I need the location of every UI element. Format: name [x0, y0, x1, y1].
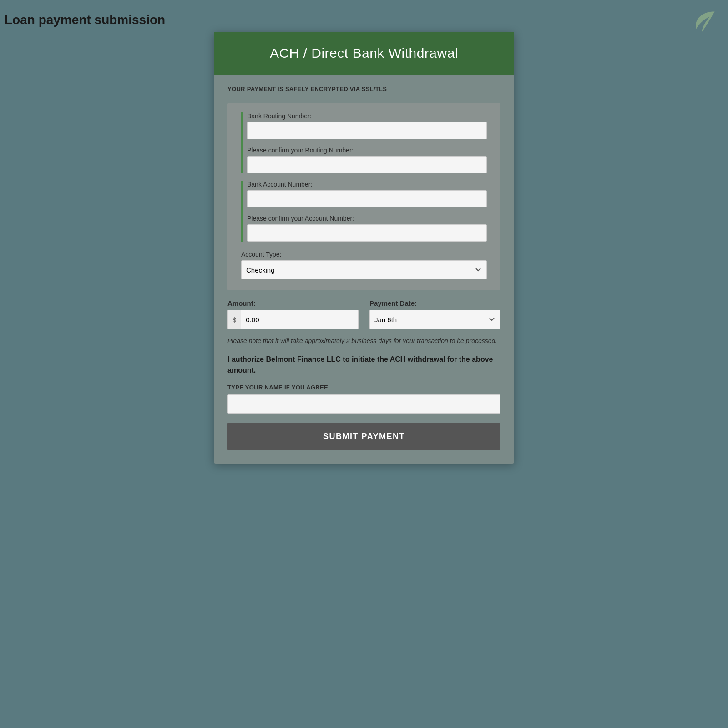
- routing-number-group: Bank Routing Number: Please confirm your…: [241, 112, 487, 173]
- payment-date-select[interactable]: Jan 6th Jan 7th Jan 8th: [369, 310, 500, 329]
- payment-date-label: Payment Date:: [369, 299, 500, 307]
- routing-confirm-input[interactable]: [247, 156, 487, 173]
- dollar-sign: $: [228, 310, 241, 329]
- account-confirm-field-wrapper: Please confirm your Account Number:: [247, 215, 487, 242]
- routing-confirm-field-wrapper: Please confirm your Routing Number:: [247, 147, 487, 173]
- amount-input[interactable]: [241, 310, 358, 329]
- amount-input-wrapper: $: [228, 310, 359, 329]
- account-number-group: Bank Account Number: Please confirm your…: [241, 181, 487, 242]
- payment-date-section: Payment Date: Jan 6th Jan 7th Jan 8th: [369, 299, 500, 329]
- amount-date-row: Amount: $ Payment Date: Jan 6th Jan 7th …: [228, 299, 500, 329]
- ach-form-container: ACH / Direct Bank Withdrawal YOUR PAYMEN…: [214, 32, 514, 464]
- processing-note: Please note that it will take approximat…: [228, 336, 500, 346]
- leaf-logo-icon: [693, 8, 720, 35]
- routing-number-input[interactable]: [247, 122, 487, 139]
- routing-confirm-label: Please confirm your Routing Number:: [247, 147, 487, 154]
- account-type-select[interactable]: Checking Savings: [241, 260, 487, 279]
- security-notice: YOUR PAYMENT IS SAFELY ENCRYPTED VIA SSL…: [228, 86, 500, 92]
- account-number-label: Bank Account Number:: [247, 181, 487, 188]
- name-agreement-label: TYPE YOUR NAME IF YOU AGREE: [228, 384, 500, 391]
- account-type-section: Account Type: Checking Savings: [241, 251, 487, 279]
- fields-area: Bank Routing Number: Please confirm your…: [228, 103, 500, 290]
- amount-section: Amount: $: [228, 299, 359, 329]
- account-confirm-input[interactable]: [247, 224, 487, 242]
- routing-number-field-wrapper: Bank Routing Number:: [247, 112, 487, 139]
- submit-payment-button[interactable]: SUBMIT PAYMENT: [228, 423, 500, 450]
- account-number-input[interactable]: [247, 190, 487, 207]
- page-title: Loan payment submission: [5, 13, 165, 27]
- form-body: YOUR PAYMENT IS SAFELY ENCRYPTED VIA SSL…: [214, 75, 514, 464]
- form-title: ACH / Direct Bank Withdrawal: [223, 46, 505, 61]
- account-number-field-wrapper: Bank Account Number:: [247, 181, 487, 207]
- routing-number-label: Bank Routing Number:: [247, 112, 487, 120]
- amount-label: Amount:: [228, 299, 359, 307]
- name-agreement-input[interactable]: [228, 394, 500, 414]
- account-type-label: Account Type:: [241, 251, 487, 258]
- account-confirm-label: Please confirm your Account Number:: [247, 215, 487, 222]
- form-header: ACH / Direct Bank Withdrawal: [214, 32, 514, 75]
- authorization-text: I authorize Belmont Finance LLC to initi…: [228, 354, 500, 376]
